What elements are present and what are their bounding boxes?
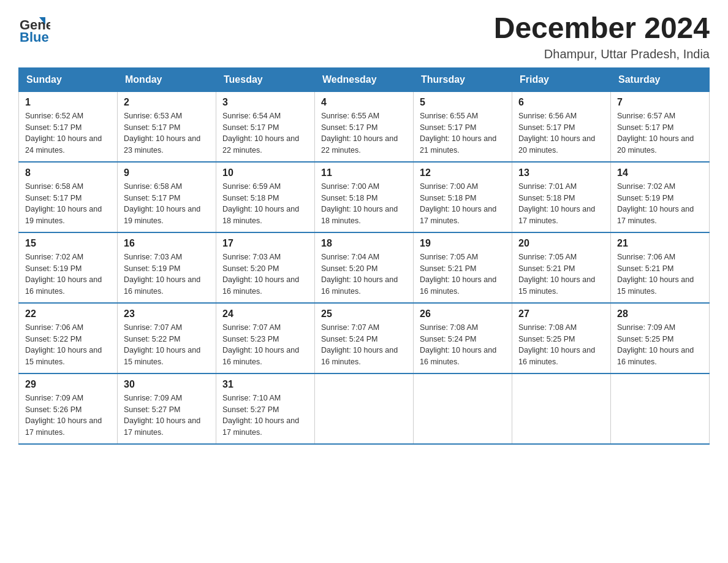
- day-number: 14: [617, 167, 703, 178]
- day-info: Sunrise: 7:09 AM Sunset: 5:27 PM Dayligh…: [124, 393, 210, 439]
- day-info: Sunrise: 7:04 AM Sunset: 5:20 PM Dayligh…: [321, 251, 407, 297]
- day-number: 4: [321, 97, 407, 108]
- day-info: Sunrise: 6:55 AM Sunset: 5:17 PM Dayligh…: [420, 110, 506, 156]
- day-number: 15: [25, 238, 111, 249]
- day-info: Sunrise: 7:01 AM Sunset: 5:18 PM Dayligh…: [518, 181, 604, 227]
- day-number: 8: [25, 167, 111, 178]
- day-number: 23: [124, 308, 210, 320]
- header-thursday: Thursday: [414, 67, 512, 91]
- day-number: 16: [124, 238, 210, 249]
- header-wednesday: Wednesday: [315, 67, 414, 91]
- day-info: Sunrise: 6:58 AM Sunset: 5:17 PM Dayligh…: [124, 181, 210, 227]
- day-info: Sunrise: 7:00 AM Sunset: 5:18 PM Dayligh…: [321, 181, 407, 227]
- day-number: 22: [25, 308, 111, 320]
- day-number: 2: [124, 97, 210, 108]
- day-cell: 13 Sunrise: 7:01 AM Sunset: 5:18 PM Dayl…: [512, 162, 611, 232]
- day-info: Sunrise: 7:08 AM Sunset: 5:25 PM Dayligh…: [518, 322, 604, 368]
- day-cell: 1 Sunrise: 6:52 AM Sunset: 5:17 PM Dayli…: [19, 91, 118, 162]
- day-info: Sunrise: 7:07 AM Sunset: 5:22 PM Dayligh…: [124, 322, 210, 368]
- day-info: Sunrise: 7:07 AM Sunset: 5:24 PM Dayligh…: [321, 322, 407, 368]
- day-info: Sunrise: 6:52 AM Sunset: 5:17 PM Dayligh…: [25, 110, 111, 156]
- day-info: Sunrise: 7:02 AM Sunset: 5:19 PM Dayligh…: [617, 181, 703, 227]
- day-info: Sunrise: 6:53 AM Sunset: 5:17 PM Dayligh…: [124, 110, 210, 156]
- day-number: 30: [124, 379, 210, 390]
- day-info: Sunrise: 6:56 AM Sunset: 5:17 PM Dayligh…: [518, 110, 604, 156]
- day-number: 11: [321, 167, 407, 178]
- calendar-title: December 2024: [494, 12, 710, 45]
- header-friday: Friday: [512, 67, 611, 91]
- day-number: 3: [222, 97, 308, 108]
- day-info: Sunrise: 7:07 AM Sunset: 5:23 PM Dayligh…: [222, 322, 308, 368]
- day-info: Sunrise: 6:55 AM Sunset: 5:17 PM Dayligh…: [321, 110, 407, 156]
- day-cell: 25 Sunrise: 7:07 AM Sunset: 5:24 PM Dayl…: [315, 303, 414, 373]
- day-number: 1: [25, 97, 111, 108]
- day-cell: 23 Sunrise: 7:07 AM Sunset: 5:22 PM Dayl…: [118, 303, 216, 373]
- day-info: Sunrise: 7:05 AM Sunset: 5:21 PM Dayligh…: [518, 251, 604, 297]
- day-cell: 2 Sunrise: 6:53 AM Sunset: 5:17 PM Dayli…: [118, 91, 216, 162]
- day-number: 5: [420, 97, 506, 108]
- day-cell: 11 Sunrise: 7:00 AM Sunset: 5:18 PM Dayl…: [315, 162, 414, 232]
- day-cell: 16 Sunrise: 7:03 AM Sunset: 5:19 PM Dayl…: [118, 232, 216, 303]
- day-number: 19: [420, 238, 506, 249]
- day-info: Sunrise: 7:08 AM Sunset: 5:24 PM Dayligh…: [420, 322, 506, 368]
- day-number: 18: [321, 238, 407, 249]
- day-cell: 8 Sunrise: 6:58 AM Sunset: 5:17 PM Dayli…: [19, 162, 118, 232]
- day-cell: [315, 373, 414, 444]
- week-row-3: 15 Sunrise: 7:02 AM Sunset: 5:19 PM Dayl…: [19, 232, 710, 303]
- day-cell: 10 Sunrise: 6:59 AM Sunset: 5:18 PM Dayl…: [216, 162, 315, 232]
- day-info: Sunrise: 7:05 AM Sunset: 5:21 PM Dayligh…: [420, 251, 506, 297]
- day-number: 25: [321, 308, 407, 320]
- day-number: 29: [25, 379, 111, 390]
- day-number: 24: [222, 308, 308, 320]
- week-row-1: 1 Sunrise: 6:52 AM Sunset: 5:17 PM Dayli…: [19, 91, 710, 162]
- days-header-row: SundayMondayTuesdayWednesdayThursdayFrid…: [19, 67, 710, 91]
- header-monday: Monday: [118, 67, 216, 91]
- day-cell: [611, 373, 710, 444]
- day-info: Sunrise: 7:06 AM Sunset: 5:21 PM Dayligh…: [617, 251, 703, 297]
- week-row-4: 22 Sunrise: 7:06 AM Sunset: 5:22 PM Dayl…: [19, 303, 710, 373]
- day-cell: 3 Sunrise: 6:54 AM Sunset: 5:17 PM Dayli…: [216, 91, 315, 162]
- day-number: 13: [518, 167, 604, 178]
- day-cell: [512, 373, 611, 444]
- day-cell: 24 Sunrise: 7:07 AM Sunset: 5:23 PM Dayl…: [216, 303, 315, 373]
- day-cell: 31 Sunrise: 7:10 AM Sunset: 5:27 PM Dayl…: [216, 373, 315, 444]
- day-cell: 7 Sunrise: 6:57 AM Sunset: 5:17 PM Dayli…: [611, 91, 710, 162]
- day-cell: 15 Sunrise: 7:02 AM Sunset: 5:19 PM Dayl…: [19, 232, 118, 303]
- week-row-5: 29 Sunrise: 7:09 AM Sunset: 5:26 PM Dayl…: [19, 373, 710, 444]
- logo-icon: General Blue: [18, 12, 50, 44]
- day-cell: 19 Sunrise: 7:05 AM Sunset: 5:21 PM Dayl…: [414, 232, 512, 303]
- day-number: 9: [124, 167, 210, 178]
- day-info: Sunrise: 7:03 AM Sunset: 5:19 PM Dayligh…: [124, 251, 210, 297]
- day-number: 27: [518, 308, 604, 320]
- day-cell: 22 Sunrise: 7:06 AM Sunset: 5:22 PM Dayl…: [19, 303, 118, 373]
- day-number: 17: [222, 238, 308, 249]
- day-cell: [414, 373, 512, 444]
- day-cell: 20 Sunrise: 7:05 AM Sunset: 5:21 PM Dayl…: [512, 232, 611, 303]
- day-number: 21: [617, 238, 703, 249]
- week-row-2: 8 Sunrise: 6:58 AM Sunset: 5:17 PM Dayli…: [19, 162, 710, 232]
- day-cell: 27 Sunrise: 7:08 AM Sunset: 5:25 PM Dayl…: [512, 303, 611, 373]
- day-cell: 5 Sunrise: 6:55 AM Sunset: 5:17 PM Dayli…: [414, 91, 512, 162]
- title-block: December 2024 Dhampur, Uttar Pradesh, In…: [494, 12, 710, 61]
- day-info: Sunrise: 7:09 AM Sunset: 5:25 PM Dayligh…: [617, 322, 703, 368]
- day-cell: 6 Sunrise: 6:56 AM Sunset: 5:17 PM Dayli…: [512, 91, 611, 162]
- calendar-subtitle: Dhampur, Uttar Pradesh, India: [494, 47, 710, 61]
- day-cell: 12 Sunrise: 7:00 AM Sunset: 5:18 PM Dayl…: [414, 162, 512, 232]
- day-info: Sunrise: 6:59 AM Sunset: 5:18 PM Dayligh…: [222, 181, 308, 227]
- calendar-table: SundayMondayTuesdayWednesdayThursdayFrid…: [18, 67, 710, 445]
- day-cell: 28 Sunrise: 7:09 AM Sunset: 5:25 PM Dayl…: [611, 303, 710, 373]
- header-sunday: Sunday: [19, 67, 118, 91]
- day-info: Sunrise: 7:10 AM Sunset: 5:27 PM Dayligh…: [222, 393, 308, 439]
- day-cell: 26 Sunrise: 7:08 AM Sunset: 5:24 PM Dayl…: [414, 303, 512, 373]
- day-info: Sunrise: 7:06 AM Sunset: 5:22 PM Dayligh…: [25, 322, 111, 368]
- day-cell: 9 Sunrise: 6:58 AM Sunset: 5:17 PM Dayli…: [118, 162, 216, 232]
- day-number: 12: [420, 167, 506, 178]
- day-info: Sunrise: 7:02 AM Sunset: 5:19 PM Dayligh…: [25, 251, 111, 297]
- day-info: Sunrise: 6:54 AM Sunset: 5:17 PM Dayligh…: [222, 110, 308, 156]
- page-header: General Blue December 2024 Dhampur, Utta…: [18, 12, 710, 61]
- day-cell: 29 Sunrise: 7:09 AM Sunset: 5:26 PM Dayl…: [19, 373, 118, 444]
- day-number: 28: [617, 308, 703, 320]
- logo: General Blue: [18, 12, 50, 44]
- day-cell: 21 Sunrise: 7:06 AM Sunset: 5:21 PM Dayl…: [611, 232, 710, 303]
- day-cell: 4 Sunrise: 6:55 AM Sunset: 5:17 PM Dayli…: [315, 91, 414, 162]
